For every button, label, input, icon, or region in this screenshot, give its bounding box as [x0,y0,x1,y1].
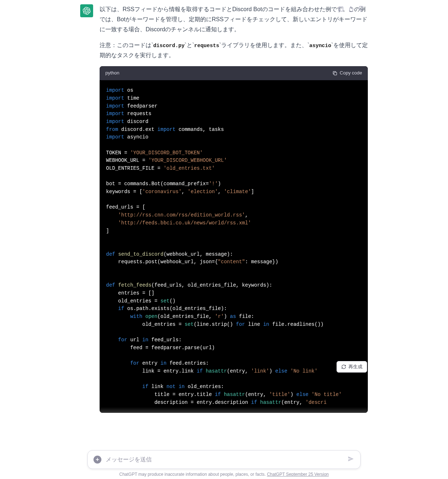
assistant-avatar [80,4,93,17]
inline-code-lib2: requests [194,43,219,49]
message-actions [338,6,364,12]
inline-code-lib1: discord.py [153,43,184,49]
code-header: python Copy code [100,66,368,80]
assistant-text: 以下は、RSSフィードから情報を取得するコードとDiscord Botのコードを… [100,4,368,413]
message-paragraph-2: 注意：このコードは`discord.py`と`requests`ライブラリを使用… [100,40,368,60]
inline-code-lib3: asyncio [309,43,331,49]
assistant-message: 以下は、RSSフィードから情報を取得するコードとDiscord Botのコードを… [77,4,371,413]
code-language-label: python [105,69,119,77]
clipboard-icon[interactable] [338,6,344,12]
code-block: python Copy code import os import time i… [100,66,368,413]
refresh-icon [341,364,346,369]
footer-disclaimer: ChatGPT may produce inaccurate informati… [0,472,448,477]
message-paragraph-1: 以下は、RSSフィードから情報を取得するコードとDiscord Botのコードを… [100,4,368,35]
svg-rect-0 [334,72,337,75]
attach-icon[interactable]: + [93,456,101,464]
message-input[interactable]: + メッセージを送信 [87,450,361,469]
send-icon[interactable] [347,455,355,464]
svg-rect-1 [340,7,343,11]
regenerate-label: 再生成 [348,364,362,370]
thumbs-down-icon[interactable] [358,6,364,12]
thumbs-up-icon[interactable] [348,6,354,12]
code-content: import os import time import feedparser … [100,80,368,413]
regenerate-button[interactable]: 再生成 [337,361,367,373]
footer-version-link[interactable]: ChatGPT September 25 Version [267,472,329,477]
copy-code-button[interactable]: Copy code [332,69,362,77]
copy-code-label: Copy code [340,69,362,77]
input-placeholder: メッセージを送信 [106,456,152,464]
